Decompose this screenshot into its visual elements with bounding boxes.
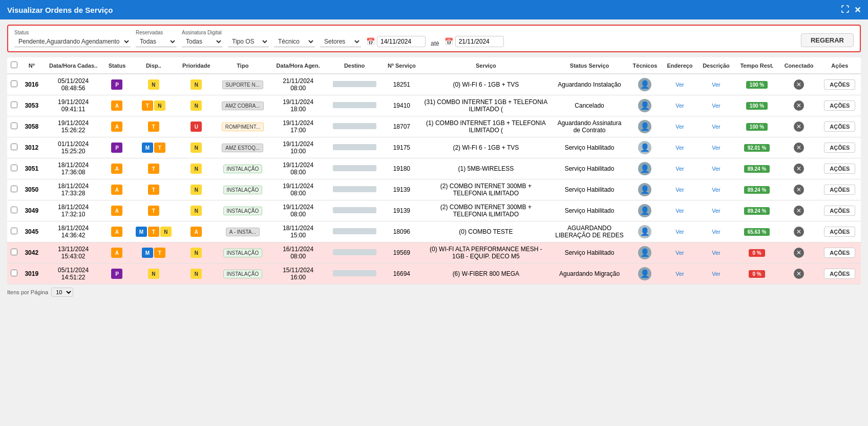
progress-badge: 100 % [746, 102, 768, 110]
items-per-page-label: Itens por Página [7, 289, 48, 295]
date-to-input[interactable] [455, 36, 504, 47]
ver-endereco-link[interactable]: Ver [675, 208, 684, 214]
row-descricao: Ver [697, 179, 734, 200]
ver-descricao-link[interactable]: Ver [712, 271, 721, 277]
acoes-button[interactable]: AÇÕES [824, 100, 855, 111]
select-all-checkbox[interactable] [11, 62, 17, 68]
row-checkbox[interactable] [11, 249, 17, 255]
ver-endereco-link[interactable]: Ver [675, 271, 684, 277]
row-disp: T [130, 116, 177, 137]
ver-descricao-link[interactable]: Ver [712, 124, 721, 130]
acoes-button[interactable]: AÇÕES [824, 79, 855, 90]
disp-badge: M [136, 227, 147, 237]
tipo-os-select[interactable]: Tipo OS [228, 36, 269, 47]
status-select[interactable]: Pendente,Aguardando Agendamento [14, 36, 131, 47]
row-checkbox[interactable] [11, 102, 17, 108]
acoes-button[interactable]: AÇÕES [824, 269, 855, 279]
row-checkbox[interactable] [11, 228, 17, 234]
items-per-page-select[interactable]: 10 25 50 [51, 288, 73, 297]
disconnect-icon[interactable]: ✕ [794, 269, 804, 279]
disconnect-icon[interactable]: ✕ [794, 79, 804, 90]
ver-endereco-link[interactable]: Ver [675, 82, 684, 88]
acoes-button[interactable]: AÇÕES [824, 121, 855, 132]
acoes-button[interactable]: AÇÕES [824, 227, 855, 237]
ver-descricao-link[interactable]: Ver [712, 250, 721, 256]
reservadas-select[interactable]: Todas [136, 36, 177, 47]
ver-descricao-link[interactable]: Ver [712, 187, 721, 193]
row-prioridade: N [177, 137, 215, 158]
row-checkbox[interactable] [11, 80, 17, 87]
ver-descricao-link[interactable]: Ver [712, 82, 721, 88]
disconnect-icon[interactable]: ✕ [794, 121, 804, 132]
row-conectado: ✕ [779, 158, 818, 179]
table-row: 305319/11/2024 09:41:11ATNNAMZ COBRA...1… [7, 95, 861, 116]
progress-badge: 0 % [749, 270, 765, 278]
close-icon[interactable]: ✕ [854, 5, 861, 15]
date-from-input[interactable] [377, 36, 426, 47]
row-num-servico: 19139 [383, 179, 421, 200]
disconnect-icon[interactable]: ✕ [794, 185, 804, 195]
avatar: 👤 [638, 120, 651, 133]
ver-descricao-link[interactable]: Ver [712, 103, 721, 109]
assinatura-select[interactable]: Todas [182, 36, 223, 47]
row-status-servico: Serviço Habilitado [551, 137, 628, 158]
ver-descricao-link[interactable]: Ver [712, 145, 721, 151]
row-tecnicos: 👤 [628, 179, 662, 200]
acoes-button[interactable]: AÇÕES [824, 143, 855, 153]
setores-select[interactable]: Setores [320, 36, 361, 47]
header-destino: Destino [326, 57, 383, 74]
ver-endereco-link[interactable]: Ver [675, 229, 684, 235]
row-id: 3051 [21, 158, 43, 179]
ver-descricao-link[interactable]: Ver [712, 166, 721, 172]
ver-endereco-link[interactable]: Ver [675, 187, 684, 193]
disp-badge: N [160, 227, 172, 237]
table-row: 304213/11/2024 15:43:02AMTNINSTALAÇÃO16/… [7, 242, 861, 263]
row-checkbox[interactable] [11, 165, 17, 171]
row-checkbox-cell [7, 179, 21, 200]
row-agendamento: 19/11/2024 18:00 [270, 95, 326, 116]
row-datetime: 18/11/2024 17:36:08 [43, 158, 104, 179]
prioridade-badge: A [190, 227, 202, 237]
status-filter-group: Status Pendente,Aguardando Agendamento [14, 30, 131, 47]
row-disp: T [130, 158, 177, 179]
row-checkbox[interactable] [11, 270, 17, 276]
header-status-servico: Status Serviço [551, 57, 628, 74]
row-num-servico: 18707 [383, 116, 421, 137]
disconnect-icon[interactable]: ✕ [794, 227, 804, 237]
disp-badge: T [148, 227, 159, 237]
acoes-button[interactable]: AÇÕES [824, 164, 855, 174]
row-tecnicos: 👤 [628, 242, 662, 263]
header-prioridade: Prioridade [177, 57, 215, 74]
progress-badge: 92.01 % [744, 144, 770, 152]
ver-endereco-link[interactable]: Ver [675, 166, 684, 172]
row-checkbox[interactable] [11, 123, 17, 129]
title-bar-controls: ⛶ ✕ [841, 5, 861, 15]
acoes-button[interactable]: AÇÕES [824, 206, 855, 216]
acoes-button[interactable]: AÇÕES [824, 248, 855, 258]
ver-descricao-link[interactable]: Ver [712, 229, 721, 235]
row-checkbox[interactable] [11, 207, 17, 213]
acoes-button[interactable]: AÇÕES [824, 185, 855, 195]
tecnico-select[interactable]: Técnico [274, 36, 315, 47]
row-conectado: ✕ [779, 200, 818, 221]
row-prioridade: N [177, 242, 215, 263]
ver-descricao-link[interactable]: Ver [712, 208, 721, 214]
table-row: 305819/11/2024 15:26:22ATUROMPIMENT...19… [7, 116, 861, 137]
row-checkbox[interactable] [11, 186, 17, 192]
disconnect-icon[interactable]: ✕ [794, 143, 804, 153]
tipo-badge: SUPORTE N... [222, 80, 264, 89]
ver-endereco-link[interactable]: Ver [675, 103, 684, 109]
disconnect-icon[interactable]: ✕ [794, 206, 804, 216]
disconnect-icon[interactable]: ✕ [794, 164, 804, 174]
ver-endereco-link[interactable]: Ver [675, 145, 684, 151]
row-descricao: Ver [697, 137, 734, 158]
row-checkbox[interactable] [11, 144, 17, 150]
row-endereco: Ver [662, 74, 697, 95]
disconnect-icon[interactable]: ✕ [794, 100, 804, 111]
disconnect-icon[interactable]: ✕ [794, 248, 804, 258]
expand-icon[interactable]: ⛶ [841, 5, 849, 15]
ver-endereco-link[interactable]: Ver [675, 250, 684, 256]
row-checkbox-cell [7, 137, 21, 158]
ver-endereco-link[interactable]: Ver [675, 124, 684, 130]
regerar-button[interactable]: REGERAR [801, 33, 854, 47]
